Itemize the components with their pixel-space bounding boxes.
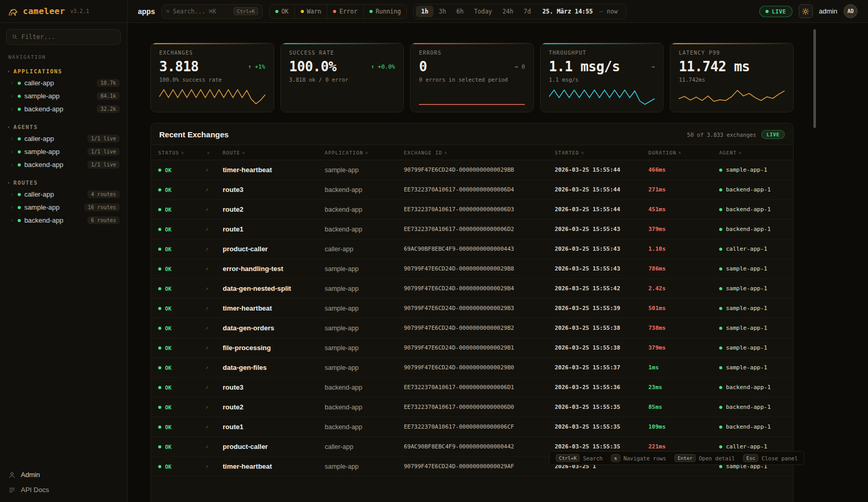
ok-status-dot <box>158 465 161 468</box>
route-arrow-icon: ↗ <box>205 364 223 371</box>
kpi-card: LATENCY P99 11.742 ms 11.742ms <box>670 43 794 112</box>
sidebar-filter-input[interactable] <box>21 33 115 41</box>
status-filter-pill[interactable]: Warn <box>295 5 327 18</box>
global-search-input[interactable] <box>173 8 231 15</box>
status-dot <box>333 10 336 13</box>
column-header[interactable]: STATUS ⇅ <box>158 150 205 156</box>
table-row[interactable]: OK ↗ route1 backend-app EE7322370A10617-… <box>151 220 793 239</box>
sidebar-item-api-docs[interactable]: API Docs <box>8 486 119 494</box>
application-cell: sample-app <box>325 463 404 470</box>
started-cell: 2026-03-25 15:55:39 <box>555 305 648 312</box>
live-toggle[interactable]: LIVE <box>759 6 792 17</box>
sidebar-body: NAVIGATION ▾ APPLICATIONS › <box>0 23 127 466</box>
sidebar-item[interactable]: › caller-app 10.7k <box>0 76 127 89</box>
table-row[interactable]: OK ↗ timer-heartbeat sample-app 90799F47… <box>151 299 793 318</box>
time-range-button[interactable]: 6h <box>451 6 469 17</box>
agent-status-dot <box>719 188 722 191</box>
table-row[interactable]: OK ↗ data-gen-files sample-app 90799F47E… <box>151 358 793 378</box>
status-label: OK <box>165 246 172 252</box>
sidebar-item-label: caller-app <box>24 135 54 143</box>
column-label: STATUS <box>158 150 179 156</box>
status-filter-label: Warn <box>307 8 322 15</box>
agent-cell: backend-app-1 <box>719 226 786 233</box>
navigation-label: NAVIGATION <box>8 54 119 60</box>
sidebar-item-label: backend-app <box>24 105 63 113</box>
column-header[interactable]: AGENT ⇅ <box>719 150 786 156</box>
kpi-subtitle: 1.1 msg/s <box>549 76 655 83</box>
table-row[interactable]: OK ↗ data-gen-orders sample-app 90799F47… <box>151 318 793 338</box>
sidebar-filter[interactable] <box>6 29 121 45</box>
column-header[interactable]: DURATION ⇅ <box>648 150 719 156</box>
column-header[interactable]: EXCHANGE ID ⇅ <box>404 150 555 156</box>
table-row[interactable]: OK ↗ error-handling-test sample-app 9079… <box>151 259 793 279</box>
table-row[interactable]: OK ↗ route1 backend-app EE7322370A10617-… <box>151 417 793 437</box>
started-cell: 2026-03-25 15:55:38 <box>555 325 648 331</box>
sidebar-item[interactable]: › sample-app 16 routes <box>0 201 127 214</box>
sun-icon <box>802 8 809 15</box>
table-row[interactable]: OK ↗ product-caller caller-app 69AC90BF8… <box>151 239 793 259</box>
admin-label: Admin <box>21 471 40 479</box>
table-row[interactable]: OK ↗ route3 backend-app EE7322370A10617-… <box>151 180 793 200</box>
status-filter-pill[interactable]: Error <box>327 5 363 18</box>
sidebar-item[interactable]: › caller-app 1/1 live <box>0 132 127 145</box>
status-filter-pill[interactable]: Running <box>363 5 406 18</box>
time-range-button[interactable]: 1h <box>416 6 433 17</box>
application-cell: backend-app <box>325 404 404 411</box>
table-row[interactable]: OK ↗ file-processing sample-app 90799F47… <box>151 338 793 358</box>
table-row[interactable]: OK ↗ timer-heartbeat sample-app 90799F47… <box>151 160 793 180</box>
duration-cell: 271ms <box>648 186 719 193</box>
sidebar-item[interactable]: › backend-app 32.2k <box>0 102 127 115</box>
started-cell: 2026-03-25 15:55:42 <box>555 285 648 292</box>
sidebar-item[interactable]: › sample-app 1/1 live <box>0 145 127 158</box>
exchange-id-cell: EE7322370A10617-00000000000006D1 <box>404 384 555 391</box>
column-label: AGENT <box>719 150 737 156</box>
sidebar-item[interactable]: › sample-app 84.1k <box>0 89 127 102</box>
table-row[interactable]: OK ↗ route3 backend-app EE7322370A10617-… <box>151 378 793 397</box>
status-dot <box>18 150 21 153</box>
sort-icon: ⇅ <box>181 150 184 155</box>
sidebar-item-badge: 1/1 live <box>87 135 120 143</box>
route-arrow-icon: ↗ <box>205 166 223 173</box>
sparkline-chart <box>159 87 265 107</box>
time-range-button[interactable]: 7d <box>518 6 536 17</box>
kpi-value: 11.742 ms <box>679 59 749 74</box>
sidebar-item-admin[interactable]: Admin <box>8 471 119 479</box>
time-range-button[interactable]: 24h <box>497 6 519 17</box>
table-row[interactable]: OK ↗ route2 backend-app EE7322370A10617-… <box>151 397 793 417</box>
time-range-button[interactable]: 3h <box>433 6 451 17</box>
route-arrow-icon: ↗ <box>205 384 223 391</box>
global-search[interactable]: Ctrl+K <box>161 4 263 19</box>
sidebar-item[interactable]: › backend-app 6 routes <box>0 214 127 227</box>
exchange-id-cell: 90799F47E6CD24D-00000000000029AF <box>404 463 555 470</box>
section-header[interactable]: ▾ ROUTES <box>0 177 127 188</box>
route-cell: file-processing <box>223 344 325 352</box>
column-header[interactable]: APPLICATION ⇅ <box>325 150 404 156</box>
agent-label: backend-app-1 <box>726 384 771 391</box>
keyboard-hint: Esc Close panel <box>743 454 798 462</box>
scrollbar-thumb[interactable] <box>813 29 816 128</box>
column-header[interactable]: ⇅ <box>205 150 223 155</box>
sidebar-item[interactable]: › caller-app 4 routes <box>0 188 127 201</box>
column-header[interactable]: ROUTE ⇅ <box>223 150 325 156</box>
table-row[interactable]: OK ↗ route2 backend-app EE7322370A10617-… <box>151 200 793 220</box>
section-header[interactable]: ▾ APPLICATIONS <box>0 66 127 76</box>
status-label: OK <box>165 226 172 233</box>
sidebar-item[interactable]: › backend-app 1/1 live <box>0 158 127 171</box>
recent-exchanges-panel: Recent Exchanges 50 of 3.833 exchanges L… <box>150 123 794 502</box>
agent-cell: sample-app-1 <box>719 344 786 351</box>
ok-status-dot <box>158 346 161 350</box>
sidebar-item-label: caller-app <box>24 79 54 87</box>
section-header[interactable]: ▾ AGENTS <box>0 122 127 132</box>
avatar[interactable]: AD <box>844 4 858 18</box>
theme-toggle-button[interactable] <box>799 4 813 18</box>
column-header[interactable]: STARTED ⇅ <box>555 150 648 156</box>
live-badge: LIVE <box>761 130 785 139</box>
table-row[interactable]: OK ↗ data-gen-nested-split sample-app 90… <box>151 279 793 299</box>
status-filter-pill[interactable]: OK <box>270 5 295 18</box>
section-items: › caller-app 4 routes › sample-app <box>0 188 127 227</box>
kpi-subtitle: 3.818 ok / 0 error <box>289 76 395 83</box>
exchange-id-cell: EE7322370A10617-00000000000006D3 <box>404 206 555 213</box>
time-range-button[interactable]: Today <box>469 6 497 17</box>
search-icon <box>166 8 170 15</box>
sidebar-item-label: sample-app <box>24 92 60 100</box>
